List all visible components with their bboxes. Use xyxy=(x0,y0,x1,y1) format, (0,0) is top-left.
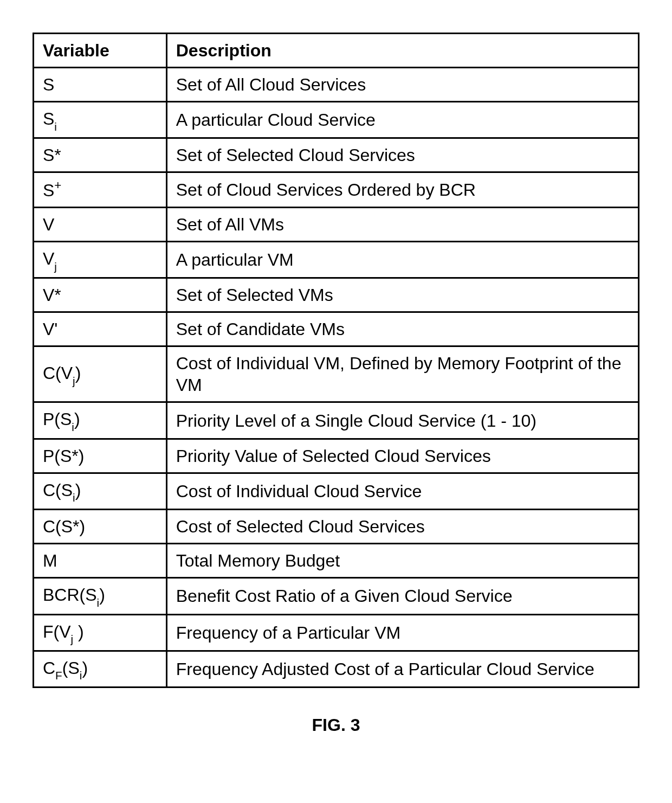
table-row: S+Set of Cloud Services Ordered by BCR xyxy=(34,172,639,208)
table-row: SiA particular Cloud Service xyxy=(34,102,639,138)
description-cell: Set of Selected VMs xyxy=(166,278,638,312)
description-cell: Frequency Adjusted Cost of a Particular … xyxy=(166,651,638,687)
table-row: C(Vj)Cost of Individual VM, Defined by M… xyxy=(34,346,639,402)
header-variable: Variable xyxy=(34,34,167,68)
variable-definition-table: Variable Description SSet of All Cloud S… xyxy=(33,33,639,688)
table-row: P(Si)Priority Level of a Single Cloud Se… xyxy=(34,402,639,439)
description-cell: Benefit Cost Ratio of a Given Cloud Serv… xyxy=(166,578,638,614)
variable-cell: V* xyxy=(34,278,167,312)
description-cell: Set of All Cloud Services xyxy=(166,68,638,102)
variable-cell: C(Si) xyxy=(34,473,167,509)
table-row: V'Set of Candidate VMs xyxy=(34,312,639,346)
variable-cell: P(S*) xyxy=(34,439,167,473)
description-cell: Set of All VMs xyxy=(166,208,638,242)
variable-cell: V' xyxy=(34,312,167,346)
table-row: SSet of All Cloud Services xyxy=(34,68,639,102)
description-cell: Total Memory Budget xyxy=(166,544,638,578)
table-row: MTotal Memory Budget xyxy=(34,544,639,578)
table-row: C(S*)Cost of Selected Cloud Services xyxy=(34,510,639,544)
table-row: VSet of All VMs xyxy=(34,208,639,242)
variable-cell: C(Vj) xyxy=(34,346,167,402)
description-cell: Cost of Individual VM, Defined by Memory… xyxy=(166,346,638,402)
table-row: VjA particular VM xyxy=(34,242,639,278)
table-row: S*Set of Selected Cloud Services xyxy=(34,138,639,172)
variable-cell: V xyxy=(34,208,167,242)
variable-cell: S+ xyxy=(34,172,167,208)
description-cell: Set of Selected Cloud Services xyxy=(166,138,638,172)
table-row: V*Set of Selected VMs xyxy=(34,278,639,312)
variable-cell: S* xyxy=(34,138,167,172)
variable-cell: Vj xyxy=(34,242,167,278)
description-cell: Set of Cloud Services Ordered by BCR xyxy=(166,172,638,208)
variable-cell: S xyxy=(34,68,167,102)
variable-cell: Si xyxy=(34,102,167,138)
description-cell: Set of Candidate VMs xyxy=(166,312,638,346)
header-description: Description xyxy=(166,34,638,68)
variable-cell: C(S*) xyxy=(34,510,167,544)
table-row: P(S*)Priority Value of Selected Cloud Se… xyxy=(34,439,639,473)
description-cell: Cost of Individual Cloud Service xyxy=(166,473,638,509)
description-cell: Priority Level of a Single Cloud Service… xyxy=(166,402,638,439)
variable-cell: M xyxy=(34,544,167,578)
figure-caption: FIG. 3 xyxy=(33,715,639,735)
variable-cell: F(Vj ) xyxy=(34,614,167,651)
description-cell: Cost of Selected Cloud Services xyxy=(166,510,638,544)
variable-cell: BCR(Si) xyxy=(34,578,167,614)
description-cell: A particular Cloud Service xyxy=(166,102,638,138)
table-header-row: Variable Description xyxy=(34,34,639,68)
description-cell: A particular VM xyxy=(166,242,638,278)
table-row: CF(Si)Frequency Adjusted Cost of a Parti… xyxy=(34,651,639,687)
table-row: C(Si)Cost of Individual Cloud Service xyxy=(34,473,639,509)
variable-cell: P(Si) xyxy=(34,402,167,439)
variable-cell: CF(Si) xyxy=(34,651,167,687)
table-row: BCR(Si)Benefit Cost Ratio of a Given Clo… xyxy=(34,578,639,614)
table-row: F(Vj )Frequency of a Particular VM xyxy=(34,614,639,651)
description-cell: Priority Value of Selected Cloud Service… xyxy=(166,439,638,473)
description-cell: Frequency of a Particular VM xyxy=(166,614,638,651)
